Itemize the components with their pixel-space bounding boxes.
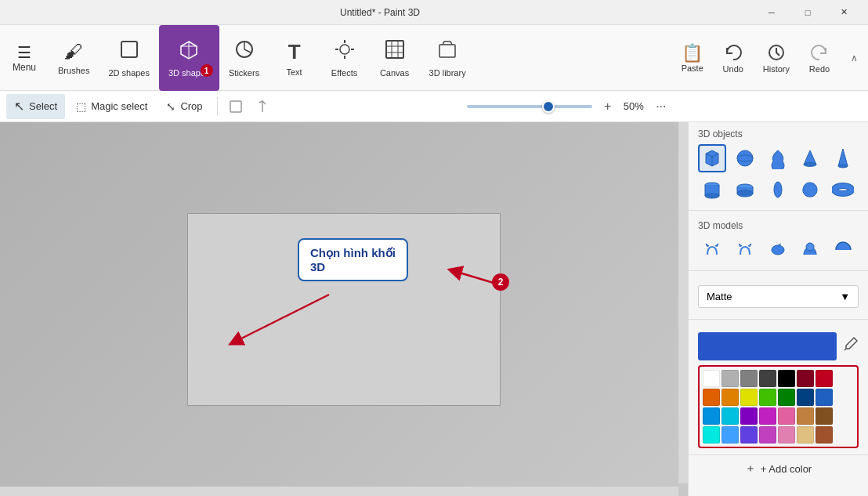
paste-icon: 📋 [682,43,703,63]
color-teal[interactable] [703,426,720,444]
3dlibrary-label: 3D library [429,68,466,78]
model-more[interactable] [829,236,857,264]
shape-capsule[interactable] [764,176,792,204]
ribbon-item-effects[interactable]: Effects [320,25,370,91]
select-icon: ↖ [14,99,24,114]
undo-label: Undo [723,64,743,74]
color-red[interactable] [816,370,833,387]
model-bird[interactable] [764,236,792,264]
redo-icon [809,42,830,64]
color-orange[interactable] [722,389,739,406]
zoom-in-button[interactable]: + [599,97,617,116]
color-cornflower[interactable] [722,426,739,444]
shape-cone[interactable] [796,144,824,172]
svg-point-31 [774,182,782,197]
palette-row-4 [703,426,854,444]
color-lightgray[interactable] [722,370,739,387]
color-white[interactable] [703,370,720,387]
undo-icon [723,42,743,64]
stickers-label: Stickers [229,68,259,78]
ribbon-item-stickers[interactable]: Stickers [219,25,269,91]
model-cat[interactable] [698,236,726,264]
zoom-slider-track[interactable] [467,105,592,108]
model-character[interactable] [796,236,824,264]
canvas-vertical-scrollbar[interactable] [678,122,688,483]
canvas-area[interactable]: Chọn hình khối 3D 2 [0,122,688,496]
shape-teardrop[interactable] [764,144,792,172]
color-brown[interactable] [816,407,833,425]
color-skyblue[interactable] [703,407,720,425]
color-gray[interactable] [740,370,758,387]
shape-flat-cylinder[interactable] [731,176,759,204]
add-color-button[interactable]: ＋ + Add color [689,454,868,482]
color-navy[interactable] [797,389,814,406]
rotate-tool[interactable] [224,94,248,119]
color-pink[interactable] [778,407,795,425]
color-blue[interactable] [816,389,833,406]
3d-models-title: 3D models [698,220,859,231]
menu-label: Menu [13,62,36,73]
color-yellow[interactable] [740,389,758,406]
shape-sphere[interactable] [731,144,759,172]
ribbon-item-text[interactable]: T Text [269,25,320,91]
collapse-ribbon-button[interactable]: ∧ [840,25,868,91]
color-orchid[interactable] [759,426,776,444]
ribbon-item-canvas[interactable]: Canvas [370,25,420,91]
canvas-horizontal-scrollbar[interactable] [0,487,678,496]
shape-cylinder[interactable] [698,176,726,204]
color-darkred[interactable] [797,370,814,387]
color-magenta[interactable] [759,407,776,425]
shape-donut[interactable] [829,176,857,204]
ribbon-item-brushes[interactable]: 🖌 Brushes [49,25,99,91]
badge-2-circle: 2 [492,273,509,291]
maximize-button[interactable]: □ [790,0,826,25]
minimize-button[interactable]: ─ [754,0,790,25]
scrollbar-corner [678,487,688,496]
svg-rect-12 [439,45,455,57]
panel-divider-1 [689,210,868,211]
paste-label: Paste [682,63,703,73]
material-dropdown[interactable]: Matte ▼ [698,285,859,308]
color-indigo[interactable] [740,426,758,444]
menu-button[interactable]: ☰ Menu [0,25,49,91]
model-cat2[interactable] [731,236,759,264]
shape-blob[interactable] [796,176,824,204]
ribbon-item-paste[interactable]: 📋 Paste [672,25,713,91]
color-preview-swatch[interactable] [698,332,837,360]
color-darkgray[interactable] [759,370,776,387]
color-sienna[interactable] [816,426,833,444]
flip-tool[interactable] [251,94,274,119]
ribbon-item-undo[interactable]: Undo [713,25,754,91]
palette-row-1 [703,370,854,387]
crop-tool[interactable]: ⤡ Crop [158,94,210,119]
more-options-button[interactable]: ··· [650,96,672,118]
2d-shapes-icon [118,38,140,65]
color-wheat[interactable] [797,426,814,444]
color-cyan[interactable] [722,407,739,425]
color-rose[interactable] [778,426,795,444]
svg-point-2 [340,45,349,54]
zoom-slider-thumb[interactable] [542,100,555,113]
color-lime[interactable] [759,389,776,406]
ribbon-item-3dlibrary[interactable]: 3D library [420,25,476,91]
shape-sharp-cone[interactable] [829,144,857,172]
color-tan[interactable] [797,407,814,425]
select-tool[interactable]: ↖ Select [6,94,65,119]
color-black[interactable] [778,370,795,387]
shape-cube[interactable] [698,144,726,172]
color-preview-row [698,332,859,360]
color-purple[interactable] [740,407,758,425]
ribbon-right: 📋 Paste Undo History Redo ∧ [672,25,868,90]
magic-select-tool[interactable]: ⬚ Magic select [68,94,155,119]
ribbon-item-3d-shapes[interactable]: 3D shapes 1 [159,25,219,91]
svg-line-36 [844,349,846,350]
svg-point-23 [705,194,719,198]
color-orange-dark[interactable] [703,389,720,406]
ribbon-item-2d-shapes[interactable]: 2D shapes [99,25,159,91]
eyedropper-button[interactable] [841,336,859,357]
ribbon-item-redo[interactable]: Redo [799,25,840,91]
color-section [689,323,868,454]
ribbon-item-history[interactable]: History [754,25,799,91]
close-button[interactable]: ✕ [826,0,862,25]
color-green[interactable] [778,389,795,406]
